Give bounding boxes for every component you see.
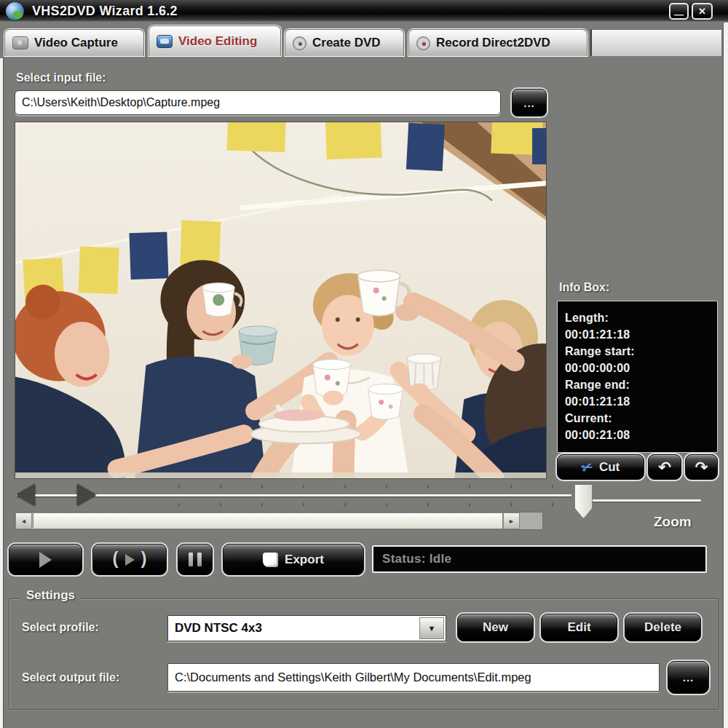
chevron-down-icon: ▼ (428, 624, 436, 633)
play-range-icon (125, 554, 135, 566)
window-left-edge (0, 58, 4, 728)
tab-create-dvd[interactable]: Create DVD (285, 29, 404, 56)
undo-button[interactable]: ↶ (648, 454, 681, 480)
info-range-end-value: 00:01:21:18 (565, 393, 710, 410)
timeline-scrollbar[interactable]: ◄ ► (15, 512, 543, 530)
tab-label: Create DVD (312, 36, 381, 50)
title-bar: VHS2DVD Wizard 1.6.2 — ✕ (0, 0, 728, 23)
scroll-left-button[interactable]: ◄ (15, 513, 32, 529)
zoom-label: Zoom (654, 514, 692, 530)
output-file-field[interactable] (167, 663, 660, 692)
window-title: VHS2DVD Wizard 1.6.2 (32, 4, 178, 19)
profile-label: Select profile: (22, 621, 99, 634)
delete-profile-button[interactable]: Delete (625, 614, 701, 641)
scroll-right-button[interactable]: ► (503, 513, 520, 529)
video-editing-icon (157, 35, 173, 48)
paren-left-icon: ( (113, 548, 119, 569)
undo-icon: ↶ (658, 459, 671, 476)
tab-record-direct2dvd[interactable]: Record Direct2DVD (408, 29, 587, 56)
status-text: Status: Idle (382, 552, 451, 566)
zoom-slider-handle[interactable] (574, 484, 593, 518)
position-handle[interactable] (77, 484, 96, 506)
scroll-right-icon: ► (508, 518, 515, 525)
play-range-button[interactable]: ( ) (92, 544, 167, 575)
output-file-label: Select output file: (22, 671, 119, 684)
browse-input-button[interactable]: ... (512, 89, 547, 116)
minimize-icon: — (674, 9, 684, 20)
video-capture-icon (12, 36, 28, 50)
tab-strip-filler (590, 29, 722, 56)
settings-legend: Settings (20, 588, 81, 603)
trackbar-line (16, 494, 571, 496)
info-current-label: Current: (565, 410, 710, 427)
info-box-title: Info Box: (559, 281, 609, 294)
scissors-icon: ✂ (579, 458, 595, 477)
trackbar-ticks-bottom (178, 503, 583, 507)
tab-video-editing[interactable]: Video Editing (149, 25, 281, 56)
trackbar-ticks-top (178, 485, 583, 488)
profile-dropdown[interactable]: DVD NTSC 4x3 ▼ (167, 615, 446, 641)
profile-selected-value: DVD NTSC 4x3 (168, 621, 419, 636)
tab-label: Record Direct2DVD (436, 36, 550, 50)
close-icon: ✕ (698, 6, 706, 17)
info-box: Length: 00:01:21:18 Range start: 00:00:0… (557, 301, 718, 453)
redo-icon: ↷ (695, 459, 708, 476)
input-file-label: Select input file: (16, 71, 106, 84)
app-window: VHS2DVD Wizard 1.6.2 — ✕ Video Capture V… (0, 0, 728, 728)
record-direct2dvd-icon (416, 36, 430, 50)
paren-right-icon: ) (141, 548, 147, 569)
zoom-slider-track[interactable] (582, 499, 701, 502)
export-label: Export (285, 553, 324, 567)
cut-button[interactable]: ✂ Cut (557, 454, 644, 480)
cut-label: Cut (599, 460, 620, 475)
tea-party-scene (15, 122, 546, 478)
tab-label: Video Capture (34, 36, 118, 50)
export-icon (263, 553, 278, 567)
create-dvd-icon (293, 36, 306, 50)
info-current-value: 00:00:21:08 (565, 427, 710, 443)
new-label: New (483, 620, 508, 635)
ellipsis-icon: ... (683, 671, 695, 684)
status-bar: Status: Idle (372, 545, 707, 573)
play-icon (39, 552, 52, 568)
pause-button[interactable] (178, 544, 213, 575)
browse-output-button[interactable]: ... (668, 661, 709, 694)
delete-label: Delete (644, 620, 681, 635)
tab-video-capture[interactable]: Video Capture (4, 29, 144, 56)
input-file-field[interactable] (15, 90, 501, 115)
tab-label: Video Editing (178, 34, 257, 49)
new-profile-button[interactable]: New (457, 614, 534, 641)
redo-button[interactable]: ↷ (685, 454, 718, 480)
dropdown-button[interactable]: ▼ (419, 617, 444, 639)
trim-trackbar[interactable] (15, 483, 572, 510)
edit-label: Edit (567, 620, 590, 635)
scroll-left-icon: ◄ (20, 518, 27, 525)
app-globe-icon (6, 2, 24, 20)
ellipsis-icon: ... (523, 97, 535, 109)
edit-profile-button[interactable]: Edit (541, 614, 617, 641)
scrollbar-thumb[interactable] (33, 513, 503, 529)
minimize-button[interactable]: — (669, 3, 689, 20)
window-right-edge (723, 23, 728, 728)
close-button[interactable]: ✕ (692, 3, 713, 20)
info-range-start-value: 00:00:00:00 (565, 360, 710, 376)
scrollbar-track[interactable] (520, 513, 542, 529)
info-range-start-label: Range start: (565, 343, 710, 360)
pause-icon (189, 553, 202, 566)
range-start-handle[interactable] (16, 484, 35, 506)
info-range-end-label: Range end: (565, 376, 710, 393)
export-button[interactable]: Export (223, 544, 364, 575)
play-button[interactable] (9, 544, 82, 575)
info-length-value: 00:01:21:18 (565, 326, 710, 343)
video-preview (15, 122, 547, 479)
info-length-label: Length: (565, 309, 710, 326)
